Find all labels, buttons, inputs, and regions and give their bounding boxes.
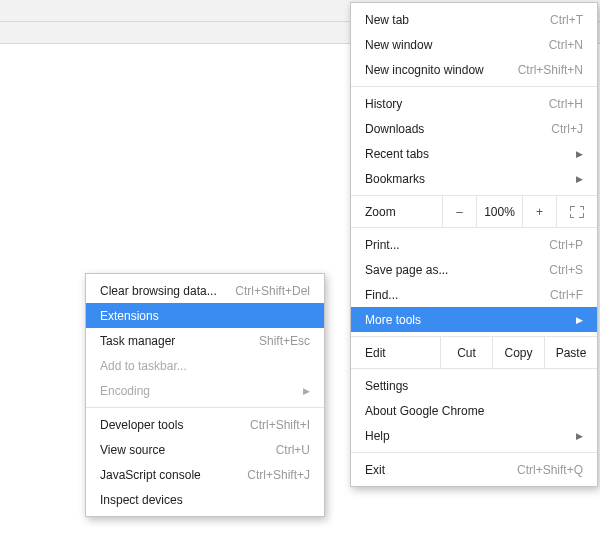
submenu-item-javascript-console[interactable]: JavaScript console Ctrl+Shift+J — [86, 462, 324, 487]
menu-item-shortcut: Ctrl+T — [550, 13, 583, 27]
zoom-label: Zoom — [351, 196, 443, 227]
menu-item-label: New incognito window — [365, 63, 518, 77]
menu-item-shortcut: Ctrl+N — [549, 38, 583, 52]
menu-item-label: About Google Chrome — [365, 404, 583, 418]
menu-item-label: New window — [365, 38, 549, 52]
menu-item-label: Add to taskbar... — [100, 359, 310, 373]
menu-item-shortcut: Ctrl+Shift+I — [250, 418, 310, 432]
menu-item-new-window[interactable]: New window Ctrl+N — [351, 32, 597, 57]
menu-item-shortcut: Ctrl+P — [549, 238, 583, 252]
menu-item-label: Extensions — [100, 309, 310, 323]
more-tools-submenu: Clear browsing data... Ctrl+Shift+Del Ex… — [85, 273, 325, 517]
menu-item-shortcut: Ctrl+J — [551, 122, 583, 136]
edit-row: Edit Cut Copy Paste — [351, 336, 597, 369]
menu-item-shortcut: Ctrl+H — [549, 97, 583, 111]
zoom-in-button[interactable]: + — [523, 196, 557, 227]
menu-item-bookmarks[interactable]: Bookmarks ▶ — [351, 166, 597, 191]
menu-item-label: Settings — [365, 379, 583, 393]
chrome-main-menu: New tab Ctrl+T New window Ctrl+N New inc… — [350, 2, 598, 487]
menu-separator — [351, 452, 597, 453]
menu-item-label: Task manager — [100, 334, 259, 348]
menu-item-settings[interactable]: Settings — [351, 373, 597, 398]
submenu-arrow-icon: ▶ — [303, 386, 310, 396]
menu-separator — [86, 407, 324, 408]
menu-item-label: History — [365, 97, 549, 111]
menu-item-label: Find... — [365, 288, 550, 302]
menu-item-history[interactable]: History Ctrl+H — [351, 91, 597, 116]
menu-item-shortcut: Ctrl+Shift+N — [518, 63, 583, 77]
menu-item-label: New tab — [365, 13, 550, 27]
menu-item-shortcut: Ctrl+S — [549, 263, 583, 277]
submenu-item-view-source[interactable]: View source Ctrl+U — [86, 437, 324, 462]
submenu-item-clear-browsing-data[interactable]: Clear browsing data... Ctrl+Shift+Del — [86, 278, 324, 303]
menu-item-label: Downloads — [365, 122, 551, 136]
edit-label: Edit — [351, 337, 441, 368]
menu-separator — [351, 86, 597, 87]
menu-item-shortcut: Ctrl+Shift+J — [247, 468, 310, 482]
submenu-item-task-manager[interactable]: Task manager Shift+Esc — [86, 328, 324, 353]
menu-item-shortcut: Ctrl+Shift+Q — [517, 463, 583, 477]
submenu-item-inspect-devices[interactable]: Inspect devices — [86, 487, 324, 512]
menu-item-label: Bookmarks — [365, 172, 568, 186]
menu-item-label: Developer tools — [100, 418, 250, 432]
menu-item-label: JavaScript console — [100, 468, 247, 482]
submenu-item-encoding[interactable]: Encoding ▶ — [86, 378, 324, 403]
submenu-item-add-to-taskbar: Add to taskbar... — [86, 353, 324, 378]
cut-button[interactable]: Cut — [441, 337, 493, 368]
menu-item-shortcut: Ctrl+Shift+Del — [235, 284, 310, 298]
menu-item-about[interactable]: About Google Chrome — [351, 398, 597, 423]
zoom-row: Zoom – 100% + — [351, 195, 597, 228]
paste-button[interactable]: Paste — [545, 337, 597, 368]
menu-item-label: Save page as... — [365, 263, 549, 277]
menu-item-shortcut: Ctrl+U — [276, 443, 310, 457]
menu-item-exit[interactable]: Exit Ctrl+Shift+Q — [351, 457, 597, 482]
submenu-arrow-icon: ▶ — [576, 149, 583, 159]
menu-item-label: Recent tabs — [365, 147, 568, 161]
copy-button[interactable]: Copy — [493, 337, 545, 368]
menu-item-shortcut: Ctrl+F — [550, 288, 583, 302]
zoom-percent: 100% — [477, 196, 523, 227]
menu-item-new-tab[interactable]: New tab Ctrl+T — [351, 7, 597, 32]
menu-item-label: Print... — [365, 238, 549, 252]
zoom-out-button[interactable]: – — [443, 196, 477, 227]
menu-item-label: Help — [365, 429, 568, 443]
menu-item-label: More tools — [365, 313, 568, 327]
menu-item-more-tools[interactable]: More tools ▶ — [351, 307, 597, 332]
menu-item-label: Clear browsing data... — [100, 284, 235, 298]
menu-item-find[interactable]: Find... Ctrl+F — [351, 282, 597, 307]
menu-item-label: Inspect devices — [100, 493, 310, 507]
menu-item-label: Exit — [365, 463, 517, 477]
submenu-arrow-icon: ▶ — [576, 431, 583, 441]
menu-item-new-incognito[interactable]: New incognito window Ctrl+Shift+N — [351, 57, 597, 82]
menu-item-label: Encoding — [100, 384, 295, 398]
submenu-arrow-icon: ▶ — [576, 174, 583, 184]
fullscreen-button[interactable] — [557, 196, 597, 227]
submenu-item-developer-tools[interactable]: Developer tools Ctrl+Shift+I — [86, 412, 324, 437]
menu-item-recent-tabs[interactable]: Recent tabs ▶ — [351, 141, 597, 166]
menu-item-save-page-as[interactable]: Save page as... Ctrl+S — [351, 257, 597, 282]
menu-item-shortcut: Shift+Esc — [259, 334, 310, 348]
fullscreen-icon — [570, 206, 584, 218]
menu-item-help[interactable]: Help ▶ — [351, 423, 597, 448]
menu-item-downloads[interactable]: Downloads Ctrl+J — [351, 116, 597, 141]
menu-item-label: View source — [100, 443, 276, 457]
menu-item-print[interactable]: Print... Ctrl+P — [351, 232, 597, 257]
submenu-item-extensions[interactable]: Extensions — [86, 303, 324, 328]
submenu-arrow-icon: ▶ — [576, 315, 583, 325]
